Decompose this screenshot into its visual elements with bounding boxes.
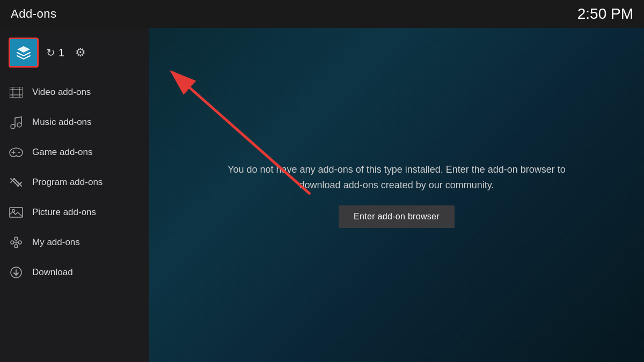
clock: 2:50 PM (577, 5, 633, 23)
sidebar-item-download[interactable]: Download (0, 257, 149, 287)
svg-point-6 (17, 123, 21, 127)
settings-icon[interactable]: ⚙ (75, 46, 86, 60)
music-icon (9, 115, 24, 130)
sidebar-item-game[interactable]: Game add-ons (0, 137, 149, 167)
sidebar-item-music[interactable]: Music add-ons (0, 107, 149, 137)
sidebar-item-my-addons[interactable]: My add-ons (0, 227, 149, 257)
gamepad-icon (9, 145, 24, 160)
sidebar-item-picture[interactable]: Picture add-ons (0, 197, 149, 227)
video-icon (9, 85, 24, 100)
sidebar-top-icons: ↻ 1 ⚙ (0, 28, 149, 77)
refresh-group[interactable]: ↻ 1 (46, 46, 64, 59)
update-count: 1 (58, 47, 64, 59)
sidebar-item-program[interactable]: Program add-ons (0, 167, 149, 197)
main-area: You do not have any add-ons of this type… (149, 28, 644, 362)
center-content: You do not have any add-ons of this type… (209, 151, 584, 239)
empty-message: You do not have any add-ons of this type… (219, 162, 574, 193)
sidebar-item-video[interactable]: Video add-ons (0, 77, 149, 107)
svg-point-5 (11, 124, 15, 129)
sidebar-item-video-label: Video add-ons (32, 87, 91, 98)
my-addons-icon (9, 235, 24, 250)
top-bar: Add-ons 2:50 PM (0, 0, 644, 28)
sidebar: ↻ 1 ⚙ Video add-ons (0, 28, 149, 362)
page-title: Add-ons (11, 7, 56, 21)
addon-browser-icon[interactable] (9, 38, 39, 68)
program-icon (9, 175, 24, 190)
sidebar-item-program-label: Program add-ons (32, 177, 103, 188)
sidebar-item-download-label: Download (32, 267, 73, 278)
sidebar-item-picture-label: Picture add-ons (32, 207, 96, 218)
sidebar-item-my-addons-label: My add-ons (32, 237, 80, 248)
sidebar-item-music-label: Music add-ons (32, 117, 92, 128)
svg-rect-0 (10, 87, 23, 98)
download-icon (9, 265, 24, 280)
main-content: ↻ 1 ⚙ Video add-ons (0, 28, 644, 362)
svg-rect-11 (10, 208, 23, 217)
sidebar-nav: Video add-ons Music add-ons (0, 77, 149, 362)
sidebar-item-game-label: Game add-ons (32, 147, 92, 158)
refresh-icon: ↻ (46, 46, 55, 59)
picture-icon (9, 205, 24, 220)
enter-browser-button[interactable]: Enter add-on browser (339, 205, 455, 228)
